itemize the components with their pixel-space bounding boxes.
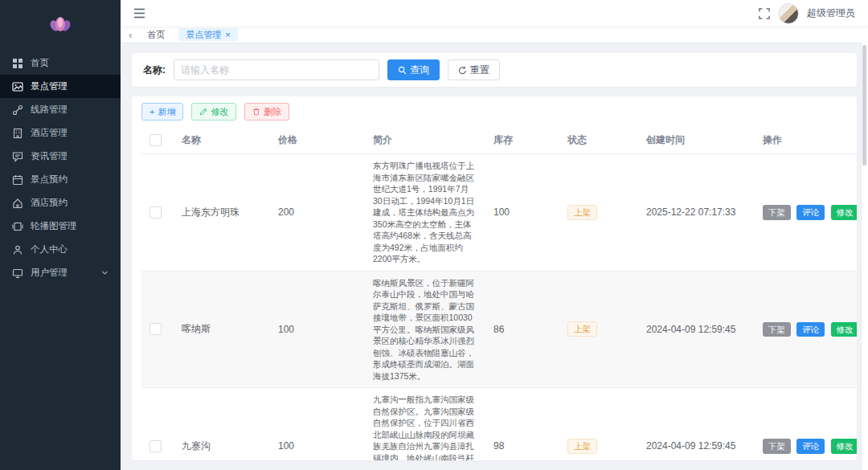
row-checkbox[interactable] [149,323,162,335]
add-button[interactable]: + 新增 [141,103,183,121]
tab-label: 首页 [147,29,165,40]
offshelf-button[interactable]: 下架 [763,322,791,337]
admin-name[interactable]: 超级管理员 [807,6,855,20]
table-toolbar: + 新增 修改 删除 [141,103,847,121]
sidebar-item-label: 首页 [31,57,49,69]
main-area: 超级管理员 ‹ 首页 景点管理 × 名称: 查询 [121,0,868,470]
status-badge: 上架 [567,439,597,454]
cell-price: 100 [270,388,365,461]
plus-icon: + [149,107,154,116]
status-badge: 上架 [567,321,597,337]
grid-icon [12,58,23,69]
col-header-status: 状态 [559,127,638,154]
sidebar-item-label: 线路管理 [31,104,68,116]
sidebar-item-user-mgmt[interactable]: 用户管理 [0,261,121,284]
table-row: 上海东方明珠 200 东方明珠广播电视塔位于上海市浦东新区陆家嘴金融区世纪大道1… [141,154,857,272]
row-edit-button[interactable]: 修改 [831,439,857,454]
hamburger-icon[interactable] [133,8,145,18]
comment-button[interactable]: 评论 [796,322,825,337]
logo [0,0,121,47]
chevron-left-icon[interactable]: ‹ [127,30,133,40]
sidebar: 首页 景点管理 线路管理 [0,0,121,470]
table-panel: + 新增 修改 删除 [132,96,857,460]
person-icon [12,244,23,255]
sidebar-menu: 首页 景点管理 线路管理 [0,47,121,284]
flower-logo-icon [46,12,75,35]
calendar-icon [12,174,23,186]
sidebar-item-hotel-mgmt[interactable]: 酒店管理 [0,121,121,145]
comment-button[interactable]: 评论 [796,205,825,220]
table-row: 九寨沟 100 九寨沟一般指九寨沟国家级自然保护区。九寨沟国家级自然保护区，位于… [141,388,857,461]
route-icon [12,104,23,116]
cell-stock: 98 [485,388,559,461]
house-icon [12,198,23,209]
query-button[interactable]: 查询 [387,59,440,80]
refresh-icon [458,66,467,75]
scenic-spots-table: 名称 价格 简介 库存 状态 创建时间 操作 上海东方明珠 [141,127,857,460]
cell-name: 喀纳斯 [174,271,270,388]
app-window: 首页 景点管理 线路管理 [0,0,868,470]
sidebar-item-route-mgmt[interactable]: 线路管理 [0,98,121,121]
row-edit-button[interactable]: 修改 [831,205,857,220]
scrollbar-thumb[interactable] [862,45,866,166]
row-edit-button[interactable]: 修改 [831,322,857,337]
sidebar-item-label: 景点管理 [31,80,68,92]
row-checkbox[interactable] [149,440,162,452]
top-header: 超级管理员 [121,0,868,27]
monitor-icon [12,268,23,279]
col-header-stock: 库存 [485,127,559,154]
offshelf-button[interactable]: 下架 [763,205,791,220]
carousel-icon [12,221,23,232]
cell-desc: 九寨沟一般指九寨沟国家级自然保护区。九寨沟国家级自然保护区，位于四川省西北部岷山… [373,394,477,460]
col-header-actions: 操作 [755,127,857,154]
sidebar-item-label: 酒店管理 [31,127,68,139]
reset-button[interactable]: 重置 [448,59,500,80]
col-header-price: 价格 [270,127,365,154]
comment-button[interactable]: 评论 [796,439,825,454]
edit-button[interactable]: 修改 [191,103,236,121]
row-checkbox[interactable] [149,206,162,219]
content-area: 名称: 查询 重置 + 新增 [121,43,868,470]
search-icon [398,66,407,75]
scrollbar[interactable] [861,43,868,470]
offshelf-button[interactable]: 下架 [763,439,791,454]
sidebar-item-scenic-booking[interactable]: 景点预约 [0,168,121,191]
sidebar-item-news-mgmt[interactable]: 资讯管理 [0,145,121,168]
cell-created: 2025-12-22 07:17:33 [638,154,755,272]
fullscreen-icon[interactable] [759,8,770,19]
sidebar-item-label: 轮播图管理 [31,220,77,232]
cell-created: 2024-04-09 12:59:45 [638,388,755,461]
tab-scenic-mgmt[interactable]: 景点管理 × [178,28,237,41]
cell-price: 200 [270,154,365,272]
avatar[interactable] [778,3,799,24]
sidebar-item-label: 酒店预约 [31,197,68,209]
col-header-desc: 简介 [365,127,485,154]
sidebar-item-label: 个人中心 [31,243,68,255]
sidebar-item-carousel-mgmt[interactable]: 轮播图管理 [0,215,121,238]
name-search-input[interactable] [174,59,379,80]
cell-name: 上海东方明珠 [174,154,270,272]
delete-button[interactable]: 删除 [244,103,289,121]
table-row: 喀纳斯 100 喀纳斯风景区，位于新疆阿尔泰山中段，地处中国与哈萨克斯坦、俄罗斯… [141,271,857,388]
col-header-created: 创建时间 [638,127,755,154]
sidebar-item-profile[interactable]: 个人中心 [0,238,121,261]
cell-desc: 喀纳斯风景区，位于新疆阿尔泰山中段，地处中国与哈萨克斯坦、俄罗斯、蒙古国接壤地带… [373,277,477,382]
sidebar-item-label: 用户管理 [31,267,68,279]
sidebar-item-scenic-mgmt[interactable]: 景点管理 [0,75,121,98]
cell-created: 2024-04-09 12:59:45 [638,271,755,388]
cell-stock: 100 [485,154,559,272]
sidebar-item-home[interactable]: 首页 [0,51,121,75]
cell-price: 100 [270,271,365,388]
topbar-right: 超级管理员 [759,3,855,24]
select-all-checkbox[interactable] [149,134,162,146]
close-icon[interactable]: × [225,31,230,39]
tab-label: 景点管理 [186,29,221,40]
tabs-bar: ‹ 首页 景点管理 × [121,27,868,43]
tab-home[interactable]: 首页 [140,28,172,41]
chevron-down-icon [101,269,108,276]
building-icon [12,128,23,139]
sidebar-item-hotel-booking[interactable]: 酒店预约 [0,191,121,215]
cell-stock: 86 [485,271,559,388]
status-badge: 上架 [567,205,597,220]
table-header-row: 名称 价格 简介 库存 状态 创建时间 操作 [141,127,857,154]
